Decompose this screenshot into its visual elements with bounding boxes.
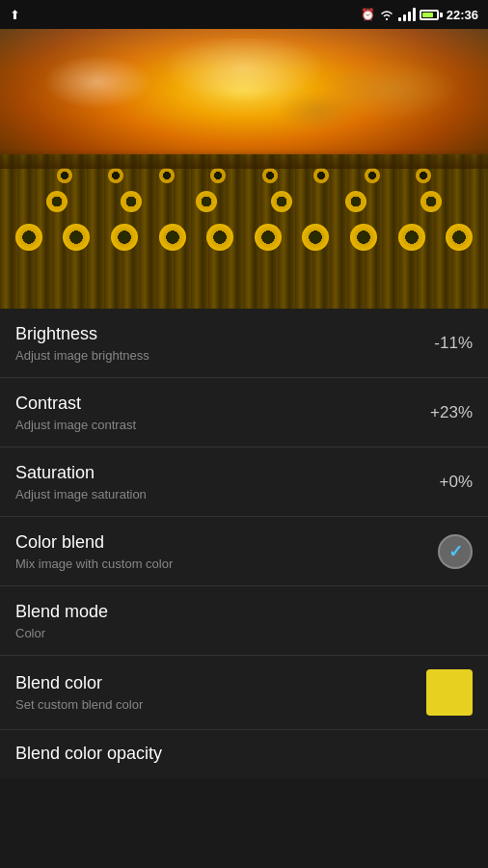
- blend-color-opacity-text: Blend color opacity: [15, 744, 473, 764]
- brightness-value: -11%: [420, 334, 473, 353]
- color-blend-text: Color blend Mix image with custom color: [15, 532, 438, 571]
- blend-color-item[interactable]: Blend color Set custom blend color: [0, 656, 488, 730]
- blend-color-text: Blend color Set custom blend color: [15, 673, 426, 712]
- contrast-desc: Adjust image contrast: [15, 418, 420, 432]
- horizon: [0, 149, 488, 169]
- brightness-desc: Adjust image brightness: [15, 348, 420, 363]
- saturation-text: Saturation Adjust image saturation: [15, 463, 420, 502]
- battery-icon: [420, 10, 443, 20]
- flowers-row-near: [0, 224, 488, 251]
- flowers-row-far: [0, 168, 488, 183]
- saturation-desc: Adjust image saturation: [15, 487, 420, 502]
- time-display: 22:36: [447, 8, 478, 22]
- color-blend-title: Color blend: [15, 532, 438, 553]
- checkmark-icon: ✓: [448, 541, 463, 562]
- hero-image: [0, 29, 488, 309]
- status-bar: ⬆ ⏰ 22:36: [0, 0, 488, 29]
- settings-list: Brightness Adjust image brightness -11% …: [0, 309, 488, 778]
- saturation-item[interactable]: Saturation Adjust image saturation +0%: [0, 448, 488, 517]
- contrast-item[interactable]: Contrast Adjust image contrast +23%: [0, 378, 488, 448]
- usb-icon: ⬆: [10, 8, 20, 22]
- blend-mode-item[interactable]: Blend mode Color: [0, 586, 488, 656]
- blend-color-opacity-title: Blend color opacity: [15, 744, 473, 764]
- contrast-value: +23%: [420, 403, 473, 422]
- alarm-icon: ⏰: [361, 8, 375, 21]
- saturation-title: Saturation: [15, 463, 420, 483]
- contrast-text: Contrast Adjust image contrast: [15, 393, 420, 432]
- brightness-text: Brightness Adjust image brightness: [15, 324, 420, 363]
- signal-icon: [398, 8, 416, 21]
- flowers-row-mid: [0, 191, 488, 212]
- blend-mode-title: Blend mode: [15, 602, 473, 622]
- wifi-icon: [379, 9, 394, 21]
- brightness-item[interactable]: Brightness Adjust image brightness -11%: [0, 309, 488, 378]
- color-blend-item[interactable]: Color blend Mix image with custom color …: [0, 517, 488, 586]
- saturation-value: +0%: [420, 473, 473, 492]
- blend-mode-desc: Color: [15, 626, 473, 640]
- status-left-icons: ⬆: [10, 8, 20, 22]
- status-right-icons: ⏰ 22:36: [361, 8, 478, 22]
- blend-color-title: Blend color: [15, 673, 426, 693]
- blend-color-swatch[interactable]: [426, 669, 473, 716]
- color-blend-desc: Mix image with custom color: [15, 556, 438, 571]
- brightness-title: Brightness: [15, 324, 420, 344]
- contrast-title: Contrast: [15, 393, 420, 414]
- blend-color-desc: Set custom blend color: [15, 697, 426, 712]
- blend-color-opacity-item[interactable]: Blend color opacity: [0, 730, 488, 778]
- blend-mode-text: Blend mode Color: [15, 602, 473, 640]
- color-blend-checkbox[interactable]: ✓: [438, 534, 473, 569]
